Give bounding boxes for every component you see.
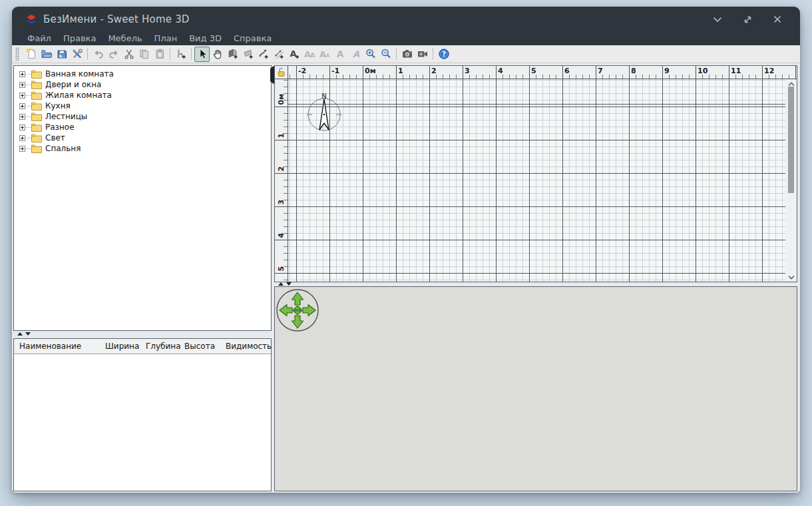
redo-button[interactable] [106, 47, 121, 62]
menu-item[interactable]: Файл [21, 32, 57, 45]
select-tool-button[interactable] [194, 47, 210, 62]
cut-button[interactable] [121, 47, 136, 62]
plan-view-panel: -2-10м123456789101112 0м12345 N [274, 65, 797, 282]
category-label: Кухня [45, 101, 71, 111]
ruler-label: 4 [498, 67, 503, 75]
category-label: Двери и окна [45, 79, 101, 90]
column-header[interactable]: Высота [184, 342, 215, 351]
ruler-label: 3 [277, 185, 286, 205]
add-furniture-button[interactable] [173, 47, 188, 62]
plan-vertical-scrollbar[interactable] [785, 79, 797, 282]
text-plus-icon: A [288, 48, 300, 60]
create-rooms-button[interactable] [240, 47, 256, 62]
create-photo-button[interactable] [399, 47, 415, 62]
create-walls-button[interactable] [225, 47, 240, 62]
splitter-collapse-up-icon[interactable] [17, 332, 23, 336]
undo-button[interactable] [91, 47, 106, 62]
expand-plus-icon[interactable] [19, 114, 25, 120]
toggle-italic-button[interactable]: A [347, 47, 363, 62]
view-3d-panel[interactable] [274, 286, 797, 491]
help-button[interactable]: ? [436, 47, 451, 62]
toolbar-drag-handle[interactable] [15, 47, 19, 61]
catalog-category-row[interactable]: Двери и окна [14, 79, 271, 90]
furniture-table-body[interactable] [14, 354, 271, 491]
splitter-collapse-down-icon[interactable] [286, 282, 292, 286]
catalog-category-row[interactable]: Жилая комната [14, 90, 271, 101]
catalog-furniture-splitter[interactable] [13, 331, 272, 337]
nav-down-arrow[interactable] [292, 316, 304, 328]
furniture-catalog-tree[interactable]: Ванная комнатаДвери и окнаЖилая комнатаК… [13, 65, 272, 331]
column-header[interactable]: Наименование [19, 342, 81, 351]
create-polylines-button[interactable] [256, 47, 271, 62]
scrollbar-thumb[interactable] [788, 87, 794, 193]
ruler-label: 12 [764, 67, 774, 75]
scroll-up-icon[interactable] [787, 81, 795, 87]
menu-item[interactable]: Мебель [102, 32, 148, 45]
decrease-text-size-button[interactable]: AA [317, 47, 332, 62]
ruler-label: -2 [298, 67, 306, 75]
paste-button[interactable] [152, 47, 167, 62]
toolbar-separator [170, 48, 170, 60]
title-bar[interactable]: БезИмени - Sweet Home 3D [12, 7, 800, 32]
create-video-button[interactable] [415, 47, 430, 62]
column-header[interactable]: Глубина [146, 342, 181, 351]
copy-button[interactable] [136, 47, 152, 62]
expand-plus-icon[interactable] [19, 135, 25, 141]
minimize-button[interactable] [711, 13, 724, 26]
column-header[interactable]: Видимость [226, 342, 272, 351]
plan-canvas[interactable]: N [288, 79, 785, 282]
3d-navigation-control[interactable] [276, 288, 319, 332]
cursor-arrow-icon [196, 48, 208, 60]
menu-item[interactable]: Справка [228, 32, 278, 45]
ruler-label: 5 [531, 67, 536, 75]
nav-left-arrow[interactable] [280, 305, 292, 316]
category-label: Спальня [45, 143, 81, 154]
catalog-category-row[interactable]: Разное [14, 122, 271, 132]
toolbar-separator [191, 48, 192, 60]
expand-plus-icon[interactable] [19, 125, 25, 130]
expand-plus-icon[interactable] [19, 146, 25, 152]
compass[interactable]: N [303, 92, 345, 134]
ruler-corner [275, 66, 288, 79]
nav-right-arrow[interactable] [303, 305, 315, 316]
new-home-button[interactable] [23, 47, 39, 62]
menu-item[interactable]: Вид 3D [183, 32, 228, 45]
splitter-collapse-down-icon[interactable] [25, 332, 31, 336]
save-home-button[interactable] [54, 47, 69, 62]
menu-item[interactable]: План [148, 32, 184, 45]
catalog-category-row[interactable]: Свет [14, 132, 271, 143]
create-dimensions-button[interactable] [271, 47, 286, 62]
splitter-collapse-up-icon[interactable] [278, 282, 284, 286]
catalog-category-row[interactable]: Кухня [14, 101, 271, 111]
menu-item[interactable]: Правка [57, 32, 102, 45]
add-texts-button[interactable]: A [286, 47, 302, 62]
expand-plus-icon[interactable] [19, 71, 25, 77]
close-button[interactable] [771, 13, 784, 26]
catalog-category-row[interactable]: Ванная комната [14, 69, 271, 79]
toggle-bold-button[interactable]: A [332, 47, 347, 62]
maximize-button[interactable] [741, 13, 754, 26]
zoom-out-button[interactable] [378, 47, 393, 62]
pan-tool-button[interactable] [210, 47, 225, 62]
expand-plus-icon[interactable] [19, 103, 25, 109]
column-header[interactable]: Ширина [105, 342, 139, 351]
ruler-label: 0м [277, 85, 286, 105]
nav-center-up-icon[interactable] [294, 306, 302, 310]
scroll-down-icon[interactable] [787, 274, 795, 280]
preferences-button[interactable] [69, 47, 85, 62]
nav-up-arrow[interactable] [292, 292, 304, 305]
tree-connector [25, 148, 31, 149]
menu-bar: ФайлПравкаМебельПланВид 3DСправка [12, 32, 800, 45]
expand-plus-icon[interactable] [19, 93, 25, 99]
catalog-category-row[interactable]: Лестницы [14, 111, 271, 122]
expand-plus-icon[interactable] [19, 82, 25, 88]
ruler-label: 0м [365, 67, 376, 75]
nav-center-down-icon[interactable] [294, 311, 302, 315]
catalog-category-row[interactable]: Спальня [14, 143, 271, 154]
open-home-button[interactable] [39, 47, 54, 62]
increase-text-size-button[interactable]: AA [302, 47, 317, 62]
zoom-in-button[interactable] [363, 47, 378, 62]
toolbar-separator [87, 48, 88, 60]
ruler-label: 4 [277, 218, 286, 238]
furniture-table-header: НаименованиеШиринаГлубинаВысотаВидимость [14, 339, 271, 354]
